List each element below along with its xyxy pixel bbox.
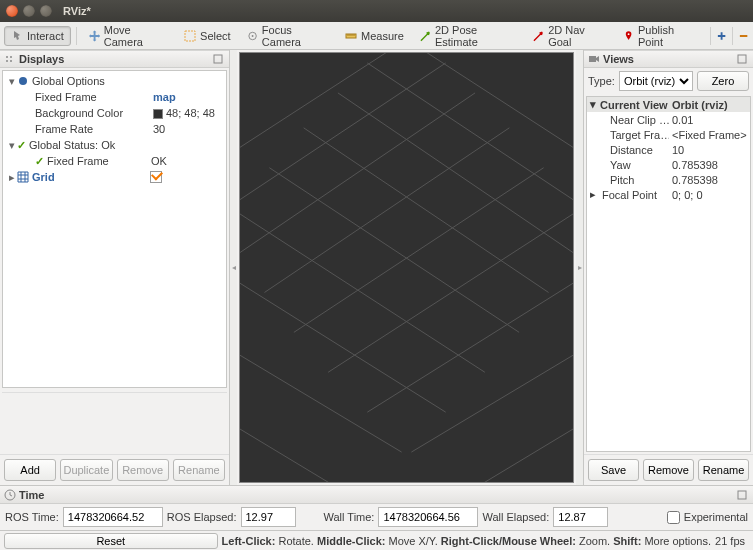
property-row[interactable]: Yaw0.785398	[587, 157, 750, 172]
svg-point-2	[251, 35, 253, 37]
reset-button[interactable]: Reset	[4, 533, 218, 549]
duplicate-button[interactable]: Duplicate	[60, 459, 112, 481]
ros-time-label: ROS Time:	[5, 511, 59, 523]
add-tool-icon[interactable]	[716, 30, 727, 42]
move-camera-button[interactable]: Move Camera	[82, 20, 175, 52]
remove-view-button[interactable]: Remove	[643, 459, 694, 481]
description-area	[2, 392, 227, 452]
measure-label: Measure	[361, 30, 404, 42]
property-row[interactable]: Target Fra…<Fixed Frame>	[587, 127, 750, 142]
displays-panel-header[interactable]: Displays	[0, 50, 229, 68]
focus-camera-icon	[247, 30, 258, 42]
displays-buttons: Add Duplicate Remove Rename	[0, 454, 229, 485]
views-close-icon[interactable]	[735, 52, 749, 66]
frame-rate-item[interactable]: Frame Rate 30	[5, 121, 224, 137]
time-panel-header[interactable]: Time	[0, 486, 753, 504]
global-status-item[interactable]: ▾ ✓ Global Status: Ok	[5, 137, 224, 153]
property-row[interactable]: Distance10	[587, 142, 750, 157]
svg-line-20	[328, 208, 573, 373]
background-color-item[interactable]: Background Color 48; 48; 48	[5, 105, 224, 121]
global-options-item[interactable]: ▾ Global Options	[5, 73, 224, 89]
svg-line-21	[367, 253, 573, 413]
svg-line-19	[294, 168, 544, 333]
window-close-icon[interactable]	[6, 5, 18, 17]
rename-button[interactable]: Rename	[173, 459, 225, 481]
clock-icon	[4, 489, 16, 501]
view-type-select[interactable]: Orbit (rviz)	[619, 71, 693, 91]
measure-button[interactable]: Measure	[338, 26, 411, 46]
left-splitter[interactable]	[230, 50, 237, 485]
status-hint: Left-Click: Rotate. Middle-Click: Move X…	[222, 535, 711, 547]
window-minimize-icon[interactable]	[23, 5, 35, 17]
pose-estimate-label: 2D Pose Estimate	[435, 24, 517, 48]
svg-rect-36	[738, 491, 746, 499]
window-title: RViz*	[63, 5, 91, 17]
nav-goal-button[interactable]: 2D Nav Goal	[526, 20, 614, 52]
svg-point-9	[6, 56, 8, 58]
move-camera-label: Move Camera	[104, 24, 168, 48]
fps-readout: 21 fps	[715, 535, 749, 547]
svg-line-22	[411, 302, 573, 452]
time-title: Time	[19, 489, 44, 501]
pose-estimate-button[interactable]: 2D Pose Estimate	[413, 20, 524, 52]
property-row[interactable]: Pitch0.785398	[587, 172, 750, 187]
svg-point-11	[10, 56, 12, 58]
3d-viewport[interactable]	[239, 52, 574, 483]
views-property-table[interactable]: ▾ Current View Orbit (rviz) Near Clip …0…	[586, 96, 751, 452]
views-buttons: Save Remove Rename	[584, 454, 753, 485]
svg-rect-33	[589, 56, 596, 62]
save-button[interactable]: Save	[588, 459, 639, 481]
grid-item[interactable]: ▸ Grid	[5, 169, 224, 185]
views-panel-header[interactable]: Views	[584, 50, 753, 68]
displays-close-icon[interactable]	[211, 52, 225, 66]
main-area: Displays ▾ Global Options Fixed Frame ma…	[0, 50, 753, 485]
type-label: Type:	[588, 75, 615, 87]
status-bar: Reset Left-Click: Rotate. Middle-Click: …	[0, 530, 753, 550]
publish-point-button[interactable]: Publish Point	[616, 20, 705, 52]
fixed-frame-item[interactable]: Fixed Frame map	[5, 89, 224, 105]
select-icon	[184, 30, 196, 42]
focus-camera-button[interactable]: Focus Camera	[240, 20, 336, 52]
expand-icon[interactable]: ▾	[7, 139, 17, 152]
zero-button[interactable]: Zero	[697, 71, 749, 91]
svg-line-25	[367, 63, 573, 213]
wall-elapsed-label: Wall Elapsed:	[482, 511, 549, 523]
select-label: Select	[200, 30, 231, 42]
add-button[interactable]: Add	[4, 459, 56, 481]
wall-elapsed-field[interactable]	[553, 507, 608, 527]
property-row[interactable]: ▸Focal Point0; 0; 0	[587, 187, 750, 202]
time-close-icon[interactable]	[735, 488, 749, 502]
right-splitter[interactable]	[576, 50, 583, 485]
current-view-row[interactable]: ▾ Current View Orbit (rviz)	[587, 97, 750, 112]
status-ok-icon: ✓	[17, 139, 26, 152]
ros-elapsed-field[interactable]	[241, 507, 296, 527]
select-button[interactable]: Select	[177, 26, 238, 46]
displays-tree[interactable]: ▾ Global Options Fixed Frame map Backgro…	[2, 70, 227, 388]
window-maximize-icon[interactable]	[40, 5, 52, 17]
svg-line-15	[240, 53, 416, 173]
interact-label: Interact	[27, 30, 64, 42]
wall-time-field[interactable]	[378, 507, 478, 527]
status-fixed-frame-item[interactable]: ✓ Fixed Frame OK	[5, 153, 224, 169]
svg-rect-0	[185, 31, 195, 41]
interact-button[interactable]: Interact	[4, 26, 71, 46]
rename-view-button[interactable]: Rename	[698, 459, 749, 481]
wall-time-label: Wall Time:	[324, 511, 375, 523]
views-title: Views	[603, 53, 634, 65]
remove-button[interactable]: Remove	[117, 459, 169, 481]
collapse-icon[interactable]: ▸	[7, 171, 17, 184]
svg-line-16	[240, 63, 446, 213]
camera-icon	[588, 53, 600, 65]
experimental-checkbox[interactable]: Experimental	[667, 511, 748, 524]
grid-checkbox[interactable]	[150, 171, 162, 183]
svg-point-12	[10, 60, 12, 62]
color-swatch-icon	[153, 109, 163, 119]
ros-elapsed-label: ROS Elapsed:	[167, 511, 237, 523]
ros-time-field[interactable]	[63, 507, 163, 527]
move-camera-icon	[89, 30, 100, 42]
main-toolbar: Interact Move Camera Select Focus Camera…	[0, 22, 753, 50]
expand-icon[interactable]: ▾	[7, 75, 17, 88]
remove-tool-icon[interactable]	[738, 30, 749, 42]
property-row[interactable]: Near Clip …0.01	[587, 112, 750, 127]
options-icon	[17, 75, 29, 87]
